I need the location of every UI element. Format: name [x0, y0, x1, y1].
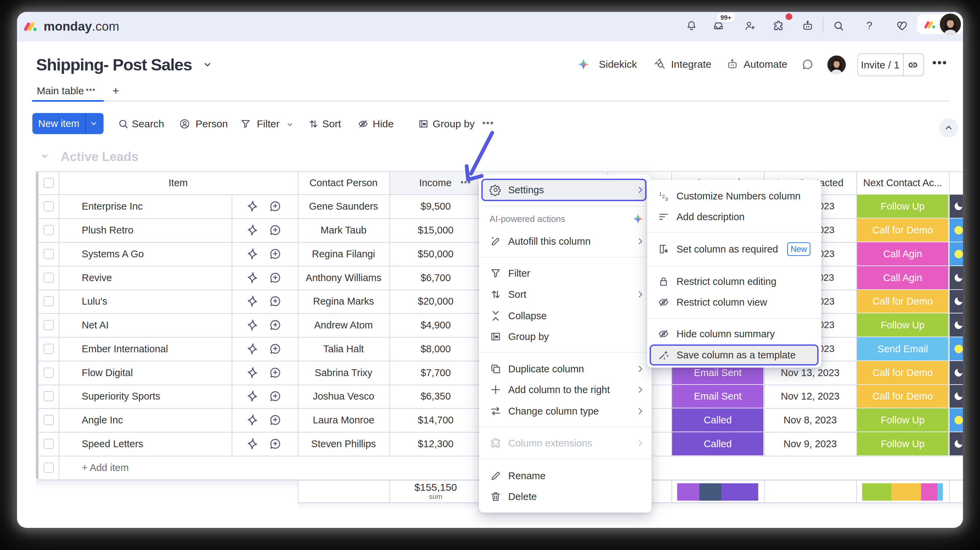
- svg-text:1: 1: [659, 191, 662, 197]
- svg-text:3: 3: [665, 196, 668, 202]
- svg-text:2: 2: [662, 193, 665, 199]
